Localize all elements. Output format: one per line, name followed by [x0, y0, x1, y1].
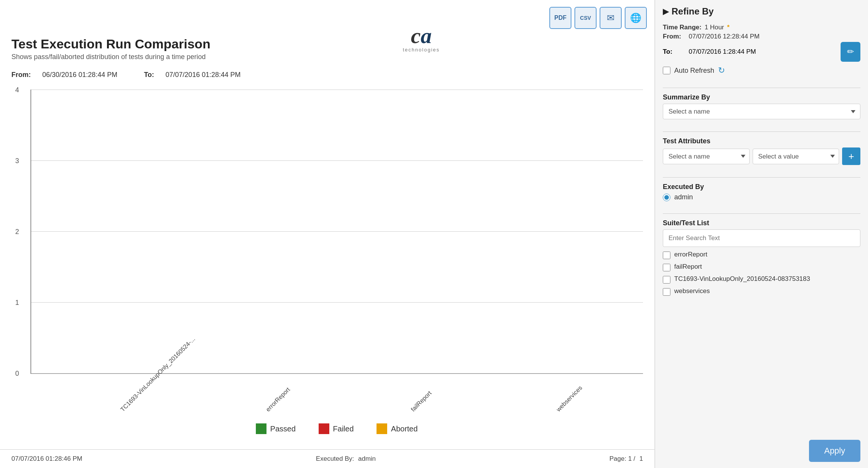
footer-page-label: Page: 1 /: [610, 455, 635, 462]
executed-by-radio-row: admin: [663, 193, 860, 201]
sidebar-from-label: From:: [663, 33, 686, 40]
legend-passed-box: [256, 423, 266, 434]
checkbox-webservices: webservices: [663, 287, 860, 296]
y-label-2: 2: [15, 228, 19, 236]
csv-icon: CSV: [580, 15, 591, 21]
pdf-icon: PDF: [554, 14, 566, 21]
suite-search-input[interactable]: [663, 229, 860, 247]
date-range: From: 06/30/2016 01:28:44 PM To: 07/07/2…: [0, 65, 654, 82]
gridline-0: 0: [31, 373, 643, 373]
checkbox-failreport-label: failReport: [674, 263, 702, 271]
executed-by-section: Executed By admin: [663, 183, 860, 201]
attr-row: Select a name Select a value +: [663, 147, 860, 165]
summarize-by-select[interactable]: Select a name: [663, 104, 860, 119]
legend-passed: Passed: [256, 423, 296, 434]
checkbox-failreport: failReport: [663, 263, 860, 271]
checkbox-tc1693: TC1693-VinLookupOnly_20160524-083753183: [663, 275, 860, 284]
from-label: From:: [11, 71, 31, 79]
legend-failed-box: [319, 423, 329, 434]
bar-group-1: TC1693-VinLookupOnly_20160524-...: [46, 90, 192, 373]
legend-aborted-box: [377, 423, 387, 434]
checkbox-errorreport-input[interactable]: [663, 252, 670, 259]
add-attr-button[interactable]: +: [842, 147, 860, 165]
bar-group-3: failReport: [337, 90, 483, 373]
time-range-section: Time Range: 1 Hour * From: 07/07/2016 12…: [663, 24, 860, 75]
logo-tagline: technologies: [403, 47, 440, 53]
attr-name-select[interactable]: Select a name: [663, 149, 750, 164]
refine-title: Refine By: [672, 6, 714, 17]
bar-label-1: TC1693-VinLookupOnly_20160524-...: [119, 336, 196, 413]
pencil-icon: ✏: [847, 47, 854, 57]
checkbox-tc1693-input[interactable]: [663, 276, 670, 284]
report-header: Test Execution Run Comparison Shows pass…: [0, 33, 654, 65]
time-range-value: 1 Hour: [705, 24, 724, 31]
legend-failed-label: Failed: [333, 425, 354, 433]
email-button[interactable]: ✉: [600, 7, 622, 29]
y-label-1: 1: [15, 299, 19, 307]
ca-logo: ca: [403, 25, 440, 47]
to-time-row: To: 07/07/2016 1:28:44 PM ✏: [663, 42, 860, 62]
checkbox-webservices-label: webservices: [674, 287, 710, 295]
footer-page: Page: 1 / 1: [610, 455, 643, 463]
summarize-by-section: Summarize By Select a name: [663, 93, 860, 119]
globe-button[interactable]: 🌐: [625, 7, 647, 29]
sidebar: ▶ Refine By Time Range: 1 Hour * From: 0…: [655, 0, 868, 468]
divider-2: [663, 131, 860, 132]
legend-passed-label: Passed: [270, 425, 296, 433]
footer-executed-value: admin: [358, 455, 376, 462]
csv-button[interactable]: CSV: [574, 7, 597, 29]
summarize-by-label: Summarize By: [663, 93, 860, 101]
legend-failed: Failed: [319, 423, 354, 434]
checkbox-errorreport-label: errorReport: [674, 251, 707, 258]
y-label-3: 3: [15, 157, 19, 165]
sidebar-from-value: 07/07/2016 12:28:44 PM: [689, 33, 760, 40]
footer-executed-label: Executed By:: [316, 455, 354, 462]
checkbox-tc1693-label: TC1693-VinLookupOnly_20160524-083753183: [674, 275, 810, 283]
report-title: Test Execution Run Comparison: [11, 37, 643, 51]
refine-header: ▶ Refine By: [663, 6, 860, 17]
executed-by-radio-admin[interactable]: [663, 194, 670, 201]
from-time-row: From: 07/07/2016 12:28:44 PM: [663, 33, 860, 40]
bar-group-4: webservices: [482, 90, 628, 373]
email-icon: ✉: [607, 13, 614, 23]
attr-value-select[interactable]: Select a value: [753, 149, 839, 164]
auto-refresh-checkbox[interactable]: [663, 67, 670, 74]
footer-timestamp: 07/07/2016 01:28:46 PM: [11, 455, 82, 463]
chevron-right-icon: ▶: [663, 7, 669, 16]
checkbox-failreport-input[interactable]: [663, 264, 670, 271]
chart-container: 4 3 2 1 0 TC1693-VinLookupO: [0, 82, 654, 449]
refresh-icon[interactable]: ↻: [718, 66, 725, 75]
suite-test-label: Suite/Test List: [663, 219, 860, 227]
footer-executed-by: Executed By: admin: [316, 455, 376, 463]
chart-area: 4 3 2 1 0 TC1693-VinLookupO: [30, 90, 643, 374]
auto-refresh-row: Auto Refresh ↻: [663, 66, 860, 75]
divider-1: [663, 88, 860, 88]
bar-label-2: errorReport: [265, 386, 292, 413]
bar-label-4: webservices: [555, 385, 584, 413]
sidebar-to-value: 07/07/2016 1:28:44 PM: [689, 48, 756, 56]
test-attributes-section: Test Attributes Select a name Select a v…: [663, 137, 860, 165]
sidebar-to-label: To:: [663, 48, 686, 56]
legend-aborted-label: Aborted: [391, 425, 418, 433]
pdf-button[interactable]: PDF: [549, 7, 571, 29]
apply-button[interactable]: Apply: [809, 440, 860, 462]
auto-refresh-label: Auto Refresh: [674, 67, 714, 75]
legend-aborted: Aborted: [377, 423, 418, 434]
footer-page-total: 1: [640, 455, 643, 462]
test-attributes-label: Test Attributes: [663, 137, 860, 145]
suite-test-section: Suite/Test List errorReport failReport T…: [663, 219, 860, 296]
time-range-asterisk: *: [727, 24, 730, 31]
chart-legend: Passed Failed Aborted: [30, 420, 643, 442]
divider-4: [663, 213, 860, 214]
time-range-row: Time Range: 1 Hour *: [663, 24, 860, 31]
toolbar: ca technologies PDF CSV ✉ 🌐: [0, 0, 654, 33]
edit-time-button[interactable]: ✏: [841, 42, 860, 62]
main-content: ca technologies PDF CSV ✉ 🌐 Test Executi…: [0, 0, 655, 468]
checkbox-webservices-input[interactable]: [663, 288, 670, 296]
globe-icon: 🌐: [630, 13, 641, 23]
to-date: 07/07/2016 01:28:44 PM: [166, 71, 241, 79]
executed-by-label: Executed By: [663, 183, 860, 191]
report-subtitle: Shows pass/fail/aborted distribution of …: [11, 53, 643, 61]
executed-by-user: admin: [674, 193, 693, 201]
bar-group-2: errorReport: [192, 90, 337, 373]
